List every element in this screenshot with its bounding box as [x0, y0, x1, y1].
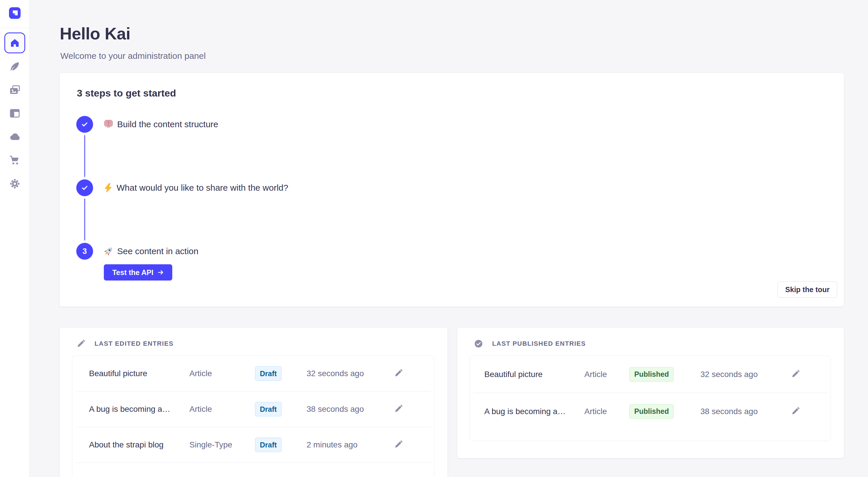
arrow-right-icon	[157, 269, 164, 276]
lightning-icon	[103, 183, 113, 193]
step-connector	[84, 135, 85, 177]
status-badge: Draft	[255, 438, 282, 452]
test-api-button[interactable]: Test the API	[104, 264, 172, 280]
entry-type: Article	[584, 370, 607, 379]
last-published-title: LAST PUBLISHED ENTRIES	[492, 340, 586, 347]
check-icon	[81, 184, 89, 192]
sidebar-item-settings[interactable]	[4, 173, 25, 194]
brain-icon	[103, 119, 114, 130]
page-title: Hello Kai	[60, 24, 130, 43]
sidebar-item-marketplace[interactable]	[4, 150, 25, 171]
last-published-header: LAST PUBLISHED ENTRIES	[474, 339, 586, 348]
last-edited-header: LAST EDITED ENTRIES	[76, 339, 174, 348]
entry-time: 32 seconds ago	[701, 370, 758, 379]
pencil-icon	[394, 369, 403, 378]
step-1-done-badge	[76, 116, 93, 133]
entry-title: Beautiful picture	[484, 370, 542, 379]
strapi-admin-home: Hello Kai Welcome to your administration…	[0, 0, 868, 477]
cloud-icon	[9, 131, 21, 143]
step-connector	[84, 199, 85, 241]
pencil-icon	[791, 407, 800, 415]
status-badge: Published	[629, 367, 674, 382]
edit-entry-button[interactable]	[393, 368, 404, 380]
step-1-label[interactable]: Build the content structure	[103, 118, 218, 130]
table-row[interactable]: A bug is becoming a… Article Published 3…	[470, 393, 831, 430]
entry-time: 32 seconds ago	[307, 369, 364, 378]
sidebar-divider	[0, 28, 29, 28]
edit-entry-button[interactable]	[790, 405, 801, 417]
onboarding-title: 3 steps to get started	[77, 88, 176, 99]
sidebar-item-content-type-builder[interactable]	[4, 103, 25, 124]
table-row[interactable]: A bug is becoming a… Article Draft 38 se…	[72, 391, 434, 427]
status-badge: Published	[629, 404, 674, 419]
entry-title: About the strapi blog	[89, 440, 163, 449]
entry-type: Article	[189, 369, 212, 378]
table-row[interactable]: Beautiful picture Article Published 32 s…	[470, 356, 831, 393]
pictures-icon	[9, 84, 21, 96]
last-edited-table: Beautiful picture Article Draft 32 secon…	[72, 355, 434, 477]
pencil-icon	[394, 440, 403, 449]
step-1-text: Build the content structure	[117, 120, 218, 129]
step-2-done-badge	[76, 179, 93, 196]
rocket-icon	[103, 246, 114, 257]
sidebar-item-media-library[interactable]	[4, 79, 25, 100]
entry-type: Article	[189, 405, 212, 414]
entry-type: Article	[584, 407, 607, 416]
skip-tour-button[interactable]: Skip the tour	[777, 281, 837, 298]
last-edited-title: LAST EDITED ENTRIES	[95, 340, 174, 347]
check-circle-icon	[474, 339, 483, 348]
step-3-number: 3	[82, 247, 87, 256]
step-3-number-badge: 3	[76, 243, 93, 260]
check-icon	[81, 121, 89, 128]
last-edited-widget: LAST EDITED ENTRIES Beautiful picture Ar…	[60, 328, 447, 477]
entry-type: Single-Type	[189, 440, 232, 449]
entry-title: A bug is becoming a…	[89, 405, 170, 414]
edit-entry-button[interactable]	[393, 403, 404, 415]
feather-icon	[9, 61, 21, 72]
pencil-icon	[76, 339, 85, 348]
step-3-label[interactable]: See content in action	[103, 245, 198, 257]
status-badge: Draft	[255, 366, 282, 381]
row-divider	[76, 463, 431, 463]
last-published-table: Beautiful picture Article Published 32 s…	[469, 355, 831, 441]
last-published-widget: LAST PUBLISHED ENTRIES Beautiful picture…	[457, 328, 844, 458]
strapi-logo[interactable]	[9, 7, 21, 19]
entry-time: 38 seconds ago	[307, 405, 364, 414]
edit-entry-button[interactable]	[393, 439, 404, 451]
home-icon	[9, 37, 20, 48]
entry-title: A bug is becoming a…	[484, 407, 565, 416]
edit-entry-button[interactable]	[790, 368, 801, 380]
step-2-text: What would you like to share with the wo…	[117, 183, 288, 193]
gear-icon	[9, 178, 21, 190]
onboarding-card: 3 steps to get started 3 Build the conte…	[60, 73, 844, 307]
sidebar-item-home[interactable]	[4, 32, 25, 53]
status-badge: Draft	[255, 402, 282, 416]
sidebar-item-content-manager[interactable]	[4, 56, 25, 77]
sidebar-nav	[4, 32, 25, 197]
main-nav-sidebar	[0, 0, 30, 477]
test-api-label: Test the API	[112, 268, 153, 277]
cart-icon	[9, 155, 21, 166]
entry-time: 2 minutes ago	[307, 440, 358, 449]
step-2-label[interactable]: What would you like to share with the wo…	[103, 182, 288, 194]
table-row[interactable]: About the strapi blog Single-Type Draft …	[72, 427, 434, 463]
layout-icon	[9, 107, 21, 119]
table-row[interactable]: Beautiful picture Article Draft 32 secon…	[72, 356, 434, 391]
sidebar-item-cloud[interactable]	[4, 126, 25, 147]
strapi-logo-icon	[9, 7, 21, 19]
pencil-icon	[791, 370, 800, 378]
entry-title: Beautiful picture	[89, 369, 147, 378]
entry-time: 38 seconds ago	[701, 407, 758, 416]
step-3-text: See content in action	[117, 246, 198, 256]
page-subtitle: Welcome to your administration panel	[60, 51, 206, 61]
pencil-icon	[394, 405, 403, 413]
